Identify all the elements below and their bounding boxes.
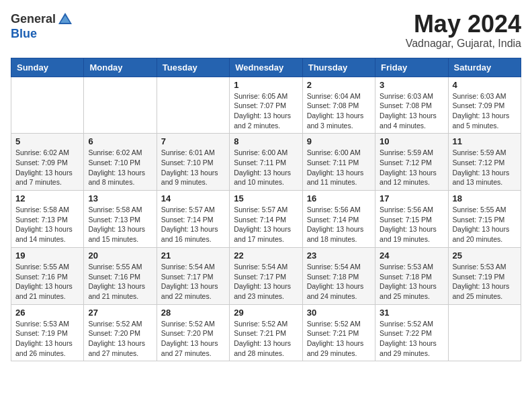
- day-number: 18: [453, 193, 517, 203]
- day-number: 1: [234, 80, 298, 90]
- day-number: 25: [453, 250, 517, 261]
- day-number: 12: [15, 193, 79, 203]
- day-info: Sunrise: 5:58 AM Sunset: 7:13 PM Dayligh…: [15, 205, 79, 244]
- logo-icon: [57, 11, 73, 27]
- day-info: Sunrise: 5:54 AM Sunset: 7:17 PM Dayligh…: [234, 262, 298, 302]
- day-number: 13: [88, 193, 152, 203]
- day-number: 26: [15, 308, 79, 318]
- calendar-cell: 26Sunrise: 5:53 AM Sunset: 7:19 PM Dayli…: [11, 304, 84, 361]
- calendar-cell: 21Sunrise: 5:54 AM Sunset: 7:17 PM Dayli…: [157, 247, 229, 304]
- day-info: Sunrise: 6:02 AM Sunset: 7:09 PM Dayligh…: [15, 148, 79, 187]
- calendar-week-row: 26Sunrise: 5:53 AM Sunset: 7:19 PM Dayli…: [11, 304, 521, 361]
- day-info: Sunrise: 6:03 AM Sunset: 7:08 PM Dayligh…: [380, 91, 443, 131]
- day-number: 31: [380, 308, 443, 318]
- day-info: Sunrise: 5:53 AM Sunset: 7:19 PM Dayligh…: [453, 262, 517, 302]
- title-area: May 2024 Vadnagar, Gujarat, India: [406, 11, 521, 50]
- calendar-cell: 5Sunrise: 6:02 AM Sunset: 7:09 PM Daylig…: [11, 134, 84, 191]
- calendar-cell: 11Sunrise: 5:59 AM Sunset: 7:12 PM Dayli…: [448, 134, 521, 191]
- day-info: Sunrise: 5:59 AM Sunset: 7:12 PM Dayligh…: [453, 148, 517, 187]
- calendar-cell: 3Sunrise: 6:03 AM Sunset: 7:08 PM Daylig…: [375, 77, 448, 134]
- calendar-cell: 7Sunrise: 6:01 AM Sunset: 7:10 PM Daylig…: [157, 134, 229, 191]
- calendar-cell: 27Sunrise: 5:52 AM Sunset: 7:20 PM Dayli…: [84, 304, 157, 361]
- location: Vadnagar, Gujarat, India: [406, 38, 521, 50]
- calendar-cell: 16Sunrise: 5:56 AM Sunset: 7:14 PM Dayli…: [302, 191, 375, 248]
- day-info: Sunrise: 5:52 AM Sunset: 7:20 PM Dayligh…: [161, 319, 225, 359]
- day-number: 16: [307, 193, 371, 203]
- day-number: 3: [380, 80, 443, 90]
- logo: General Blue: [11, 11, 73, 41]
- day-info: Sunrise: 6:00 AM Sunset: 7:11 PM Dayligh…: [307, 148, 371, 187]
- calendar-cell: 28Sunrise: 5:52 AM Sunset: 7:20 PM Dayli…: [157, 304, 229, 361]
- calendar-cell: 10Sunrise: 5:59 AM Sunset: 7:12 PM Dayli…: [375, 134, 448, 191]
- calendar-cell: [448, 304, 521, 361]
- day-info: Sunrise: 6:02 AM Sunset: 7:10 PM Dayligh…: [88, 148, 152, 187]
- day-info: Sunrise: 5:52 AM Sunset: 7:22 PM Dayligh…: [380, 319, 443, 359]
- day-number: 10: [380, 136, 443, 146]
- day-info: Sunrise: 5:52 AM Sunset: 7:20 PM Dayligh…: [88, 319, 152, 359]
- day-info: Sunrise: 5:56 AM Sunset: 7:15 PM Dayligh…: [380, 205, 443, 244]
- day-number: 21: [161, 250, 225, 261]
- weekday-header: Tuesday: [157, 58, 229, 77]
- day-number: 23: [307, 250, 371, 261]
- day-info: Sunrise: 5:55 AM Sunset: 7:15 PM Dayligh…: [453, 205, 517, 244]
- day-info: Sunrise: 6:03 AM Sunset: 7:09 PM Dayligh…: [453, 91, 517, 131]
- day-number: 7: [161, 136, 225, 146]
- day-number: 9: [307, 136, 371, 146]
- calendar-cell: 18Sunrise: 5:55 AM Sunset: 7:15 PM Dayli…: [448, 191, 521, 248]
- day-number: 11: [453, 136, 517, 146]
- day-number: 14: [161, 193, 225, 203]
- calendar-cell: 17Sunrise: 5:56 AM Sunset: 7:15 PM Dayli…: [375, 191, 448, 248]
- day-info: Sunrise: 5:55 AM Sunset: 7:16 PM Dayligh…: [88, 262, 152, 302]
- day-number: 8: [234, 136, 298, 146]
- day-number: 19: [15, 250, 79, 261]
- day-info: Sunrise: 5:57 AM Sunset: 7:14 PM Dayligh…: [161, 205, 225, 244]
- calendar-cell: 20Sunrise: 5:55 AM Sunset: 7:16 PM Dayli…: [84, 247, 157, 304]
- weekday-header: Thursday: [302, 58, 375, 77]
- weekday-header: Monday: [84, 58, 157, 77]
- calendar-cell: 24Sunrise: 5:53 AM Sunset: 7:18 PM Dayli…: [375, 247, 448, 304]
- calendar-cell: 30Sunrise: 5:52 AM Sunset: 7:21 PM Dayli…: [302, 304, 375, 361]
- day-info: Sunrise: 6:04 AM Sunset: 7:08 PM Dayligh…: [307, 91, 371, 131]
- logo-general-text: General: [11, 12, 56, 26]
- calendar-week-row: 19Sunrise: 5:55 AM Sunset: 7:16 PM Dayli…: [11, 247, 521, 304]
- day-info: Sunrise: 5:53 AM Sunset: 7:18 PM Dayligh…: [380, 262, 443, 302]
- calendar-cell: 29Sunrise: 5:52 AM Sunset: 7:21 PM Dayli…: [230, 304, 302, 361]
- day-info: Sunrise: 5:54 AM Sunset: 7:18 PM Dayligh…: [307, 262, 371, 302]
- day-number: 30: [307, 308, 371, 318]
- day-number: 22: [234, 250, 298, 261]
- month-year: May 2024: [406, 11, 521, 38]
- day-info: Sunrise: 5:56 AM Sunset: 7:14 PM Dayligh…: [307, 205, 371, 244]
- weekday-header: Sunday: [11, 58, 84, 77]
- calendar-cell: 1Sunrise: 6:05 AM Sunset: 7:07 PM Daylig…: [230, 77, 302, 134]
- calendar-cell: 31Sunrise: 5:52 AM Sunset: 7:22 PM Dayli…: [375, 304, 448, 361]
- calendar-week-row: 5Sunrise: 6:02 AM Sunset: 7:09 PM Daylig…: [11, 134, 521, 191]
- calendar-cell: 23Sunrise: 5:54 AM Sunset: 7:18 PM Dayli…: [302, 247, 375, 304]
- day-number: 24: [380, 250, 443, 261]
- day-info: Sunrise: 5:53 AM Sunset: 7:19 PM Dayligh…: [15, 319, 79, 359]
- calendar-cell: 25Sunrise: 5:53 AM Sunset: 7:19 PM Dayli…: [448, 247, 521, 304]
- calendar-cell: 9Sunrise: 6:00 AM Sunset: 7:11 PM Daylig…: [302, 134, 375, 191]
- day-info: Sunrise: 6:01 AM Sunset: 7:10 PM Dayligh…: [161, 148, 225, 187]
- calendar-cell: 6Sunrise: 6:02 AM Sunset: 7:10 PM Daylig…: [84, 134, 157, 191]
- calendar-cell: [11, 77, 84, 134]
- day-info: Sunrise: 5:59 AM Sunset: 7:12 PM Dayligh…: [380, 148, 443, 187]
- day-info: Sunrise: 6:00 AM Sunset: 7:11 PM Dayligh…: [234, 148, 298, 187]
- calendar-week-row: 1Sunrise: 6:05 AM Sunset: 7:07 PM Daylig…: [11, 77, 521, 134]
- calendar-header-row: SundayMondayTuesdayWednesdayThursdayFrid…: [11, 58, 521, 77]
- calendar-cell: 2Sunrise: 6:04 AM Sunset: 7:08 PM Daylig…: [302, 77, 375, 134]
- day-number: 4: [453, 80, 517, 90]
- day-number: 6: [88, 136, 152, 146]
- calendar-cell: 19Sunrise: 5:55 AM Sunset: 7:16 PM Dayli…: [11, 247, 84, 304]
- calendar-cell: 15Sunrise: 5:57 AM Sunset: 7:14 PM Dayli…: [230, 191, 302, 248]
- day-number: 5: [15, 136, 79, 146]
- calendar-cell: 22Sunrise: 5:54 AM Sunset: 7:17 PM Dayli…: [230, 247, 302, 304]
- day-number: 28: [161, 308, 225, 318]
- weekday-header: Wednesday: [230, 58, 302, 77]
- day-info: Sunrise: 5:52 AM Sunset: 7:21 PM Dayligh…: [307, 319, 371, 359]
- day-info: Sunrise: 5:55 AM Sunset: 7:16 PM Dayligh…: [15, 262, 79, 302]
- calendar-cell: 12Sunrise: 5:58 AM Sunset: 7:13 PM Dayli…: [11, 191, 84, 248]
- day-number: 27: [88, 308, 152, 318]
- day-info: Sunrise: 5:57 AM Sunset: 7:14 PM Dayligh…: [234, 205, 298, 244]
- day-number: 17: [380, 193, 443, 203]
- calendar-cell: [157, 77, 229, 134]
